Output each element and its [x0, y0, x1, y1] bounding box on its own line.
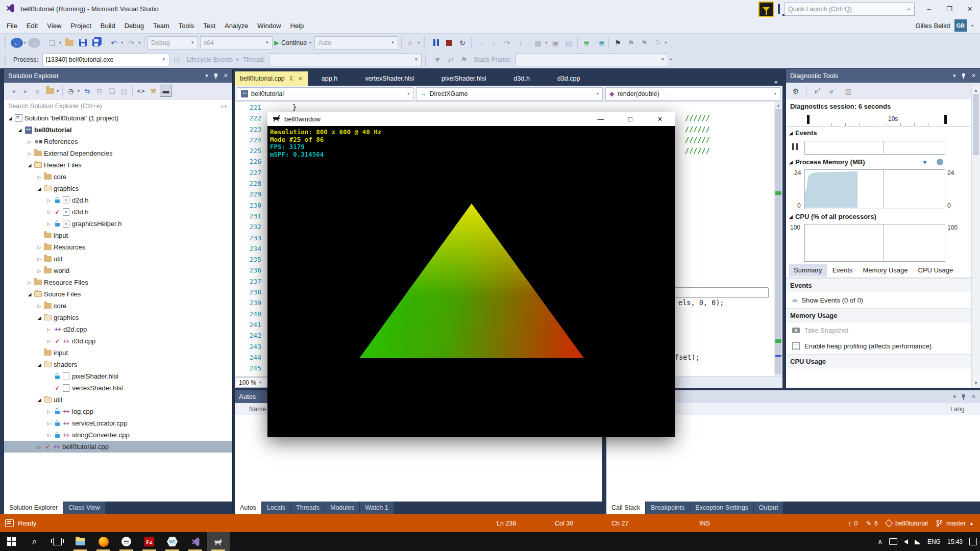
zoom-in-icon[interactable]: ⌕⁺ — [812, 85, 824, 98]
minimize-button[interactable]: – — [919, 2, 939, 17]
solution-config-select[interactable]: Debug▼ — [148, 36, 198, 49]
document-tab-bell0tutorial-cpp[interactable]: bell0tutorial.cpp⊼✕ — [235, 71, 308, 86]
member-dropdown[interactable]: ◆ render(double)▾ — [605, 87, 780, 101]
autos-name-column[interactable]: Name — [249, 406, 266, 413]
tree-item-bell0tutorial-cpp[interactable]: ▷✓++bell0tutorial.cpp — [4, 441, 232, 453]
document-tab-app-h[interactable]: app.h — [308, 71, 351, 86]
flag-threads-icon[interactable]: ⚑ — [458, 53, 470, 66]
pending-edits[interactable]: ✎6 — [866, 519, 878, 527]
dropdown-caret-icon[interactable]: ▾ — [670, 57, 672, 62]
expander-icon[interactable]: ◢ — [35, 315, 43, 320]
expander-icon[interactable]: ▷ — [35, 257, 43, 262]
volume-icon[interactable] — [904, 539, 908, 544]
sync-status[interactable]: ↑0 — [848, 520, 857, 527]
expander-icon[interactable]: ◢ — [6, 116, 14, 121]
zoom-select[interactable]: 100 %▾ — [236, 377, 272, 388]
decrease-indent-button[interactable]: ≣ — [580, 36, 593, 49]
timeline-marker[interactable] — [944, 115, 947, 124]
expander-icon[interactable]: ◢ — [26, 163, 34, 168]
menu-build[interactable]: Build — [96, 19, 120, 32]
toggle-bookmark-button[interactable]: ⚑ — [611, 36, 624, 49]
search-icon[interactable]: ⌕ — [23, 532, 46, 551]
pin-icon[interactable] — [961, 73, 966, 79]
solution-explorer-tab-class-view[interactable]: Class View — [63, 502, 105, 514]
call-stack-lang-column[interactable]: Lang — [947, 404, 965, 414]
tree-item-core[interactable]: ▷core — [4, 300, 232, 312]
expander-icon[interactable]: ▷ — [45, 409, 53, 414]
close-icon[interactable]: ✕ — [298, 76, 303, 82]
tree-item-shaders[interactable]: ◢shaders — [4, 359, 232, 370]
se-back-icon[interactable]: ◂ — [8, 85, 19, 96]
memory-window-button[interactable]: ▤ — [562, 36, 575, 49]
menu-file[interactable]: File — [2, 19, 22, 32]
tree-item-source-files[interactable]: ◢Source Files — [4, 288, 232, 300]
debug-target-select[interactable]: Auto▼ — [314, 36, 398, 49]
tree-item-log-cpp[interactable]: ▷++log.cpp — [4, 406, 232, 417]
tree-item-references[interactable]: ▷References — [4, 136, 232, 147]
expander-icon[interactable]: ▷ — [45, 210, 53, 215]
platform-select[interactable]: x64▼ — [200, 36, 273, 49]
restart-button[interactable]: ↻ — [456, 36, 469, 49]
expander-icon[interactable]: ▷ — [26, 139, 34, 144]
close-icon[interactable]: ✕ — [971, 393, 976, 400]
tree-item-solution-bell0tutorial-1-project-[interactable]: ◢Solution 'bell0tutorial' (1 project) — [4, 112, 232, 124]
call-stack-tab-call-stack[interactable]: Call Stack — [606, 502, 645, 514]
diagnostics-tab-cpu-usage[interactable]: CPU Usage — [914, 264, 958, 277]
menu-edit[interactable]: Edit — [22, 19, 42, 32]
tree-item-d2d-h[interactable]: ▷hd2d.h — [4, 194, 232, 206]
call-stack-tab-exception-settings[interactable]: Exception Settings — [690, 502, 753, 514]
tree-item-vertexshader-hlsl[interactable]: ✓vertexShader.hlsl — [4, 382, 232, 394]
network-icon[interactable] — [915, 539, 921, 544]
open-file-button[interactable] — [63, 36, 76, 49]
tree-item-graphics[interactable]: ◢graphics — [4, 312, 232, 323]
white-circle-app-icon[interactable] — [115, 532, 138, 551]
memory-dot-icon[interactable] — [937, 159, 943, 165]
tree-item-util[interactable]: ▷util — [4, 253, 232, 265]
take-snapshot-button[interactable]: Take Snapshot — [786, 322, 972, 338]
close-icon[interactable]: ✕ — [971, 72, 976, 79]
dropdown-caret-icon[interactable]: ▾ — [78, 89, 80, 93]
tree-item-graphicshelper-h[interactable]: ▷hgraphicsHelper.h — [4, 218, 232, 230]
search-options-caret-icon[interactable]: ▾ — [225, 104, 227, 109]
gear-icon[interactable]: ⚙ — [790, 85, 802, 98]
user-name[interactable]: Gilles Bellot — [915, 22, 950, 30]
tree-item-header-files[interactable]: ◢Header Files — [4, 159, 232, 171]
pin-icon[interactable] — [961, 394, 966, 400]
menu-project[interactable]: Project — [66, 19, 95, 32]
navigate-forward-button[interactable]: → — [28, 38, 40, 48]
memory-section-header[interactable]: ◢Process Memory (MB) ▼ — [786, 156, 972, 168]
prev-bookmark-button[interactable]: ⚑ — [625, 36, 637, 49]
stack-frame-select[interactable]: ▼ — [516, 53, 668, 66]
document-tab-d3d-cpp[interactable]: d3d.cpp — [544, 71, 594, 86]
se-preview-items-toggle[interactable]: ▬ — [160, 85, 172, 97]
expander-icon[interactable]: ▷ — [45, 198, 53, 203]
toolbar-grip[interactable] — [5, 37, 8, 48]
tree-item-stringconverter-cpp[interactable]: ▷++stringConverter.cpp — [4, 429, 232, 441]
se-pending-changes-icon[interactable]: ◷ — [65, 85, 77, 96]
se-properties-doc-icon[interactable]: ▤ — [118, 85, 130, 96]
tree-item-resources[interactable]: ▷Resources — [4, 241, 232, 253]
events-section-header[interactable]: ◢Events — [786, 127, 972, 139]
show-events-link[interactable]: ∞ Show Events (0 of 0) — [786, 292, 972, 308]
bell0window-title-bar[interactable]: bell0window — □ ✕ — [267, 112, 675, 126]
process-select[interactable]: [13340] bell0tutorial.exe▼ — [42, 53, 169, 66]
intellitrace-button[interactable]: ⌕ — [404, 36, 416, 49]
dropdown-caret-icon[interactable]: ▾ — [121, 40, 123, 45]
expander-icon[interactable]: ▷ — [35, 174, 43, 180]
expander-icon[interactable]: ◢ — [16, 128, 24, 133]
se-refresh-icon[interactable]: ⇆ — [82, 85, 93, 96]
chevron-up-icon[interactable]: ∧ — [877, 538, 883, 545]
type-dropdown[interactable]: → DirectXGame▾ — [416, 87, 603, 101]
filezilla-icon[interactable]: Fz — [138, 532, 161, 551]
menu-debug[interactable]: Debug — [120, 19, 149, 32]
filter-icon[interactable] — [758, 2, 774, 17]
expander-icon[interactable]: ◢ — [35, 397, 43, 403]
user-menu-caret-icon[interactable]: ▾ — [971, 23, 973, 28]
pin-icon[interactable]: ⊼ — [289, 76, 293, 82]
tab-overflow-caret-icon[interactable]: ▾ — [769, 79, 782, 86]
screen-share-icon[interactable] — [778, 5, 780, 14]
stop-debugging-button[interactable] — [443, 36, 455, 49]
branch-status[interactable]: master▲ — [936, 520, 974, 527]
menu-tools[interactable]: Tools — [174, 19, 199, 32]
expander-icon[interactable]: ▷ — [35, 245, 43, 250]
